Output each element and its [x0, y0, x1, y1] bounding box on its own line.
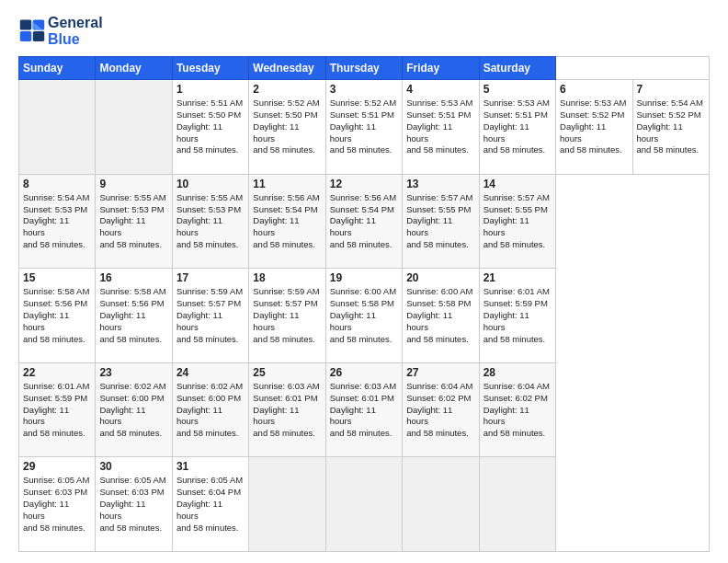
calendar-table: SundayMondayTuesdayWednesdayThursdayFrid… [18, 56, 710, 552]
calendar-cell: 29Sunrise: 6:05 AMSunset: 6:03 PMDayligh… [19, 457, 96, 552]
day-info: Sunrise: 6:04 AMSunset: 6:02 PMDaylight:… [483, 381, 552, 440]
calendar-cell: 25Sunrise: 6:03 AMSunset: 6:01 PMDayligh… [249, 362, 325, 457]
day-number: 15 [23, 271, 91, 284]
day-info: Sunrise: 6:01 AMSunset: 5:59 PMDaylight:… [483, 286, 552, 345]
svg-rect-3 [33, 31, 44, 41]
calendar-cell [249, 457, 325, 552]
day-info: Sunrise: 5:53 AMSunset: 5:51 PMDaylight:… [406, 98, 474, 156]
day-info: Sunrise: 5:55 AMSunset: 5:53 PMDaylight:… [176, 192, 245, 251]
calendar-cell: 8Sunrise: 5:54 AMSunset: 5:53 PMDaylight… [19, 174, 96, 269]
calendar-cell: 4Sunrise: 5:53 AMSunset: 5:51 PMDaylight… [403, 80, 479, 175]
calendar-week-4: 22Sunrise: 6:01 AMSunset: 5:59 PMDayligh… [19, 362, 710, 457]
day-info: Sunrise: 6:04 AMSunset: 6:02 PMDaylight:… [406, 381, 474, 440]
day-info: Sunrise: 5:56 AMSunset: 5:54 PMDaylight:… [330, 192, 398, 251]
day-number: 7 [637, 83, 706, 96]
calendar-week-2: 8Sunrise: 5:54 AMSunset: 5:53 PMDaylight… [19, 174, 710, 269]
day-info: Sunrise: 5:53 AMSunset: 5:51 PMDaylight:… [483, 98, 552, 156]
day-number: 30 [99, 460, 167, 473]
day-info: Sunrise: 6:02 AMSunset: 6:00 PMDaylight:… [176, 381, 245, 440]
day-number: 8 [23, 178, 91, 190]
calendar-cell [19, 80, 96, 175]
calendar-cell: 14Sunrise: 5:57 AMSunset: 5:55 PMDayligh… [479, 174, 555, 269]
calendar-cell: 31Sunrise: 6:05 AMSunset: 6:04 PMDayligh… [172, 457, 248, 552]
calendar-cell: 18Sunrise: 5:59 AMSunset: 5:57 PMDayligh… [249, 269, 325, 363]
calendar-cell: 23Sunrise: 6:02 AMSunset: 6:00 PMDayligh… [96, 362, 172, 457]
calendar-cell: 9Sunrise: 5:55 AMSunset: 5:53 PMDaylight… [96, 174, 172, 269]
calendar-cell: 16Sunrise: 5:58 AMSunset: 5:56 PMDayligh… [96, 269, 172, 363]
day-number: 21 [483, 271, 552, 284]
calendar-week-5: 29Sunrise: 6:05 AMSunset: 6:03 PMDayligh… [19, 457, 710, 552]
calendar-cell: 15Sunrise: 5:58 AMSunset: 5:56 PMDayligh… [19, 269, 96, 363]
day-info: Sunrise: 5:53 AMSunset: 5:52 PMDaylight:… [560, 98, 628, 156]
day-number: 14 [483, 178, 552, 190]
calendar-header-row: SundayMondayTuesdayWednesdayThursdayFrid… [19, 57, 710, 80]
calendar-cell: 1Sunrise: 5:51 AMSunset: 5:50 PMDaylight… [172, 80, 248, 175]
logo-blue: Blue [48, 31, 103, 48]
day-info: Sunrise: 5:56 AMSunset: 5:54 PMDaylight:… [253, 192, 321, 251]
calendar-cell: 2Sunrise: 5:52 AMSunset: 5:50 PMDaylight… [249, 80, 325, 175]
calendar-cell: 24Sunrise: 6:02 AMSunset: 6:00 PMDayligh… [172, 362, 248, 457]
calendar-header-sunday: Sunday [19, 57, 96, 80]
calendar-cell: 22Sunrise: 6:01 AMSunset: 5:59 PMDayligh… [19, 362, 96, 457]
day-number: 2 [253, 83, 321, 96]
day-info: Sunrise: 6:05 AMSunset: 6:04 PMDaylight:… [176, 475, 245, 534]
calendar-week-1: 1Sunrise: 5:51 AMSunset: 5:50 PMDaylight… [19, 80, 710, 175]
day-info: Sunrise: 5:59 AMSunset: 5:57 PMDaylight:… [253, 286, 321, 345]
day-info: Sunrise: 6:03 AMSunset: 6:01 PMDaylight:… [330, 381, 398, 440]
day-number: 16 [99, 271, 167, 284]
day-info: Sunrise: 5:58 AMSunset: 5:56 PMDaylight:… [23, 286, 91, 345]
day-number: 20 [406, 271, 474, 284]
day-info: Sunrise: 5:58 AMSunset: 5:56 PMDaylight:… [99, 286, 167, 345]
calendar-cell: 17Sunrise: 5:59 AMSunset: 5:57 PMDayligh… [172, 269, 248, 363]
day-number: 3 [330, 83, 398, 96]
calendar-header-monday: Monday [96, 57, 172, 80]
day-number: 13 [406, 178, 474, 190]
day-info: Sunrise: 5:59 AMSunset: 5:57 PMDaylight:… [176, 286, 245, 345]
day-info: Sunrise: 6:02 AMSunset: 6:00 PMDaylight:… [99, 381, 167, 440]
day-info: Sunrise: 6:03 AMSunset: 6:01 PMDaylight:… [253, 381, 321, 440]
page: General Blue SundayMondayTuesdayWednesda… [0, 0, 728, 563]
calendar-cell: 5Sunrise: 5:53 AMSunset: 5:51 PMDaylight… [479, 80, 555, 175]
day-info: Sunrise: 5:57 AMSunset: 5:55 PMDaylight:… [406, 192, 474, 251]
calendar-header-friday: Friday [403, 57, 479, 80]
day-info: Sunrise: 6:01 AMSunset: 5:59 PMDaylight:… [23, 381, 91, 440]
day-info: Sunrise: 5:57 AMSunset: 5:55 PMDaylight:… [483, 192, 552, 251]
day-info: Sunrise: 6:00 AMSunset: 5:58 PMDaylight:… [330, 286, 398, 345]
calendar-cell [479, 457, 555, 552]
calendar-week-3: 15Sunrise: 5:58 AMSunset: 5:56 PMDayligh… [19, 269, 710, 363]
calendar-cell [96, 80, 172, 175]
day-number: 22 [23, 366, 91, 379]
calendar-cell: 7Sunrise: 5:54 AMSunset: 5:52 PMDaylight… [632, 80, 710, 175]
day-number: 29 [23, 460, 91, 473]
day-number: 25 [253, 366, 321, 379]
day-number: 19 [330, 271, 398, 284]
day-number: 11 [253, 178, 321, 190]
day-info: Sunrise: 5:52 AMSunset: 5:50 PMDaylight:… [253, 98, 321, 156]
header: General Blue [18, 15, 710, 47]
svg-rect-0 [20, 19, 31, 29]
calendar-header-saturday: Saturday [479, 57, 555, 80]
calendar-cell: 28Sunrise: 6:04 AMSunset: 6:02 PMDayligh… [479, 362, 555, 457]
calendar-cell: 21Sunrise: 6:01 AMSunset: 5:59 PMDayligh… [479, 269, 555, 363]
calendar-header-thursday: Thursday [325, 57, 402, 80]
day-info: Sunrise: 6:00 AMSunset: 5:58 PMDaylight:… [406, 286, 474, 345]
calendar-header-tuesday: Tuesday [172, 57, 248, 80]
calendar-cell: 26Sunrise: 6:03 AMSunset: 6:01 PMDayligh… [325, 362, 402, 457]
logo-icon [18, 18, 46, 44]
day-number: 31 [176, 460, 245, 473]
day-number: 10 [176, 178, 245, 190]
day-number: 26 [330, 366, 398, 379]
day-number: 17 [176, 271, 245, 284]
day-number: 12 [330, 178, 398, 190]
day-number: 18 [253, 271, 321, 284]
calendar-cell: 20Sunrise: 6:00 AMSunset: 5:58 PMDayligh… [403, 269, 479, 363]
calendar-cell: 13Sunrise: 5:57 AMSunset: 5:55 PMDayligh… [403, 174, 479, 269]
calendar-cell: 10Sunrise: 5:55 AMSunset: 5:53 PMDayligh… [172, 174, 248, 269]
day-info: Sunrise: 5:54 AMSunset: 5:53 PMDaylight:… [23, 192, 91, 251]
logo-general: General [48, 15, 103, 31]
calendar-cell: 11Sunrise: 5:56 AMSunset: 5:54 PMDayligh… [249, 174, 325, 269]
day-number: 24 [176, 366, 245, 379]
day-number: 5 [483, 83, 552, 96]
calendar-cell: 19Sunrise: 6:00 AMSunset: 5:58 PMDayligh… [325, 269, 402, 363]
day-info: Sunrise: 6:05 AMSunset: 6:03 PMDaylight:… [23, 475, 91, 534]
